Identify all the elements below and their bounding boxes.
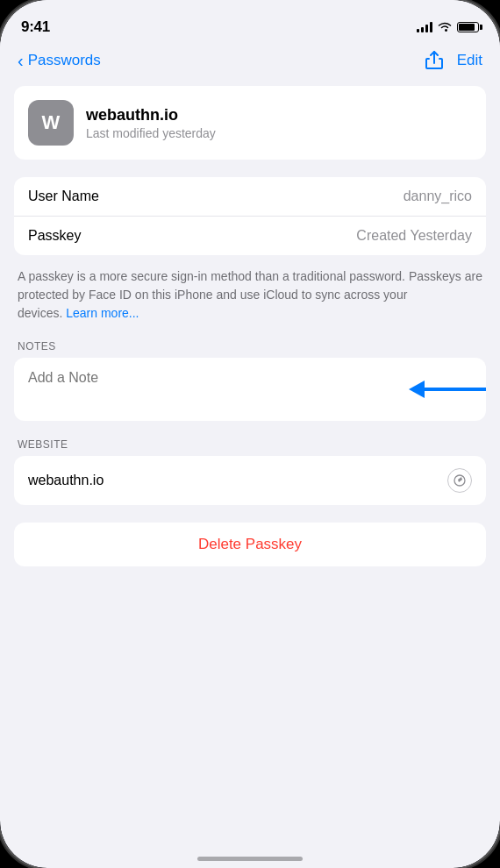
back-label: Passwords [28, 52, 101, 69]
username-row: User Name danny_rico [14, 177, 486, 217]
compass-icon [454, 474, 466, 487]
signal-icon [417, 22, 432, 32]
fields-card: User Name danny_rico Passkey Created Yes… [14, 177, 486, 255]
site-header-card: W webauthn.io Last modified yesterday [14, 86, 486, 160]
learn-more-link[interactable]: Learn more... [66, 306, 139, 320]
site-info: webauthn.io Last modified yesterday [86, 106, 472, 140]
delete-card: Delete Passkey [14, 523, 486, 566]
svg-marker-1 [458, 477, 462, 482]
home-indicator[interactable] [197, 857, 303, 861]
status-time: 9:41 [21, 18, 50, 36]
share-icon [425, 51, 443, 70]
chevron-left-icon: ‹ [18, 52, 24, 69]
battery-icon [457, 22, 479, 32]
description-text: A passkey is a more secure sign-in metho… [14, 266, 486, 337]
share-button[interactable] [425, 51, 443, 70]
site-modified: Last modified yesterday [86, 126, 472, 140]
website-value: webauthn.io [28, 473, 104, 488]
nav-actions: Edit [425, 51, 482, 70]
passkey-value: Created Yesterday [356, 228, 472, 244]
username-label: User Name [28, 189, 99, 204]
notes-section-label: NOTES [14, 340, 486, 352]
website-section-label: WEBSITE [14, 438, 486, 451]
navigation-bar: ‹ Passwords Edit [0, 44, 500, 79]
open-website-button[interactable] [447, 468, 472, 493]
website-card: webauthn.io [14, 456, 486, 505]
status-icons [417, 22, 479, 32]
content-area: W webauthn.io Last modified yesterday Us… [0, 79, 500, 859]
notes-input[interactable] [14, 358, 486, 421]
website-row: webauthn.io [14, 456, 486, 505]
back-button[interactable]: ‹ Passwords [18, 52, 101, 69]
passkey-row: Passkey Created Yesterday [14, 217, 486, 255]
site-icon: W [28, 100, 74, 146]
wifi-icon [438, 22, 452, 32]
phone-screen: 9:41 [0, 0, 500, 868]
site-name: webauthn.io [86, 106, 472, 125]
notes-card [14, 358, 486, 421]
username-value: danny_rico [404, 189, 472, 204]
passkey-label: Passkey [28, 228, 81, 244]
phone-frame: 9:41 [0, 0, 500, 868]
edit-button[interactable]: Edit [457, 52, 482, 69]
delete-passkey-button[interactable]: Delete Passkey [14, 523, 486, 566]
status-bar: 9:41 [0, 0, 500, 44]
